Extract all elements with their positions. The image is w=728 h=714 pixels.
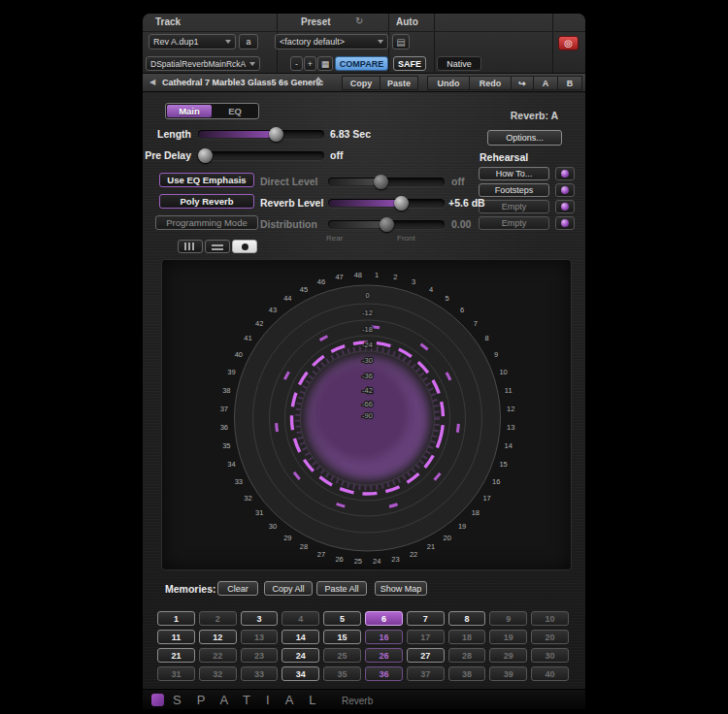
track-selector[interactable]: Rev A.dup1 <box>149 34 236 49</box>
target-button[interactable]: ◎ <box>558 36 579 50</box>
memory-button-16[interactable]: 16 <box>365 630 403 644</box>
compare-minus-button[interactable]: - <box>290 56 303 71</box>
direct-level-slider[interactable] <box>328 178 445 186</box>
memory-button-36[interactable]: 36 <box>365 666 403 681</box>
memory-button-27[interactable]: 27 <box>407 648 445 663</box>
length-knob[interactable] <box>269 127 283 142</box>
redo-button[interactable]: Redo <box>469 76 512 90</box>
rehearsal-play-how-to[interactable] <box>555 167 575 180</box>
rehearsal-play-empty-2[interactable] <box>555 216 575 230</box>
preset-spinner[interactable] <box>315 77 321 86</box>
copy-all-button[interactable]: Copy All <box>264 581 313 596</box>
svg-text:-30: -30 <box>362 356 373 365</box>
memory-button-31[interactable]: 31 <box>157 666 195 681</box>
memory-button-13[interactable]: 13 <box>241 630 279 644</box>
compare-b-button[interactable]: B <box>557 76 582 90</box>
view-bars-button[interactable] <box>178 240 203 253</box>
memory-button-9[interactable]: 9 <box>489 611 527 626</box>
preset-selector[interactable]: <factory default> <box>275 34 388 49</box>
paste-button[interactable]: Paste <box>380 76 418 90</box>
distribution-knob[interactable] <box>380 217 394 232</box>
pre-delay-slider[interactable] <box>198 151 324 160</box>
branch-button[interactable]: ↪ <box>511 76 534 90</box>
memory-button-15[interactable]: 15 <box>323 630 361 644</box>
copy-button[interactable]: Copy <box>342 76 381 90</box>
compare-button[interactable]: COMPARE <box>335 56 388 71</box>
memory-button-37[interactable]: 37 <box>407 666 445 681</box>
rehearsal-item-footsteps[interactable]: Footsteps <box>479 183 549 197</box>
reverb-level-knob[interactable] <box>394 196 409 211</box>
memory-button-8[interactable]: 8 <box>448 611 486 626</box>
memory-button-22[interactable]: 22 <box>199 648 237 663</box>
collapse-arrow-icon[interactable]: ◀ <box>149 78 155 86</box>
memory-button-34[interactable]: 34 <box>281 666 319 681</box>
distribution-slider[interactable] <box>328 220 445 229</box>
rehearsal-item-empty-2[interactable]: Empty <box>479 216 549 230</box>
memory-button-33[interactable]: 33 <box>241 666 279 681</box>
plugin-selector[interactable]: DSpatialReverbMainRckA <box>146 56 260 71</box>
memory-button-10[interactable]: 10 <box>531 611 569 626</box>
memory-button-25[interactable]: 25 <box>323 648 361 663</box>
memory-button-7[interactable]: 7 <box>407 611 445 626</box>
tab-main[interactable]: Main <box>167 105 212 117</box>
safe-button[interactable]: SAFE <box>393 56 426 71</box>
memory-button-4[interactable]: 4 <box>281 611 319 626</box>
memory-button-17[interactable]: 17 <box>407 630 445 644</box>
memory-button-19[interactable]: 19 <box>489 630 527 644</box>
rehearsal-item-empty-1[interactable]: Empty <box>479 200 549 213</box>
length-slider[interactable] <box>198 130 324 139</box>
paste-all-button[interactable]: Paste All <box>316 581 367 596</box>
memory-button-1[interactable]: 1 <box>157 611 195 626</box>
memory-button-20[interactable]: 20 <box>531 630 569 644</box>
polar-display[interactable]: 1234567891011121314151617181920212223242… <box>162 260 573 571</box>
reverb-level-slider[interactable] <box>328 199 445 208</box>
memory-button-23[interactable]: 23 <box>241 648 279 663</box>
memory-button-28[interactable]: 28 <box>448 648 486 663</box>
compare-plus-button[interactable]: + <box>304 56 316 71</box>
programming-mode-button[interactable]: Programming Mode <box>155 215 258 230</box>
direct-level-knob[interactable] <box>374 175 388 189</box>
view-circle-button[interactable] <box>232 240 257 253</box>
memory-button-29[interactable]: 29 <box>489 648 527 663</box>
memory-button-39[interactable]: 39 <box>489 666 527 681</box>
show-map-button[interactable]: Show Map <box>375 581 427 596</box>
rehearsal-item-how-to[interactable]: How To... <box>479 167 549 180</box>
format-button[interactable]: Native <box>437 56 481 71</box>
preset-title[interactable]: Cathedral 7 Marble3 Glass5 6s Generic <box>162 78 323 87</box>
pre-delay-knob[interactable] <box>198 148 213 163</box>
poly-reverb-button[interactable]: Poly Reverb <box>159 194 254 209</box>
memory-button-30[interactable]: 30 <box>531 648 569 663</box>
svg-text:2: 2 <box>393 273 397 281</box>
view-lines-button[interactable] <box>205 240 230 253</box>
memory-button-2[interactable]: 2 <box>199 611 237 626</box>
rehearsal-play-footsteps[interactable] <box>555 183 575 197</box>
clear-button[interactable]: Clear <box>217 581 258 596</box>
memory-button-3[interactable]: 3 <box>241 611 279 626</box>
spinner-down-icon[interactable] <box>315 82 321 86</box>
memory-button-18[interactable]: 18 <box>448 630 486 644</box>
memory-button-35[interactable]: 35 <box>323 666 361 681</box>
memory-button-12[interactable]: 12 <box>199 630 237 644</box>
librarian-button[interactable]: ▤ <box>392 34 410 49</box>
memory-button-32[interactable]: 32 <box>199 666 237 681</box>
preset-cycle-icon[interactable]: ↻ <box>355 16 363 26</box>
options-button[interactable]: Options... <box>487 130 562 146</box>
memory-button-24[interactable]: 24 <box>281 648 319 663</box>
use-eq-emphasis-button[interactable]: Use EQ Emphasis <box>159 173 254 187</box>
memory-button-14[interactable]: 14 <box>281 630 319 644</box>
memory-button-11[interactable]: 11 <box>157 630 195 644</box>
memory-button-21[interactable]: 21 <box>157 648 195 663</box>
spinner-up-icon[interactable] <box>315 77 321 81</box>
compare-a-button[interactable]: A <box>533 76 558 90</box>
playlist-button[interactable]: a <box>239 34 258 49</box>
undo-button[interactable]: Undo <box>427 76 470 90</box>
rehearsal-play-empty-1[interactable] <box>555 200 575 213</box>
memory-button-40[interactable]: 40 <box>531 666 569 681</box>
memory-button-5[interactable]: 5 <box>323 611 361 626</box>
curved-arrow-icon: ↪ <box>518 79 526 88</box>
tab-eq[interactable]: EQ <box>213 105 257 117</box>
memory-button-26[interactable]: 26 <box>365 648 403 663</box>
settings-folder-button[interactable]: ▦ <box>317 56 333 71</box>
memory-button-6[interactable]: 6 <box>365 611 403 626</box>
memory-button-38[interactable]: 38 <box>448 666 486 681</box>
